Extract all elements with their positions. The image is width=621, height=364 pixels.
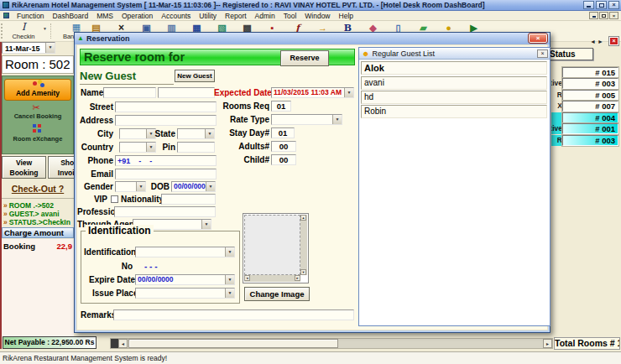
room-number-cell[interactable]: # 005 bbox=[562, 90, 618, 101]
chevron-down-icon[interactable]: ▼ bbox=[43, 26, 47, 31]
rooms-req-field[interactable]: 01 bbox=[271, 101, 291, 112]
chevron-down-icon[interactable]: ▼ bbox=[225, 247, 234, 257]
profession-field[interactable] bbox=[114, 206, 216, 217]
reserve-button[interactable]: Reserve bbox=[280, 50, 329, 66]
nationality-field[interactable] bbox=[161, 194, 216, 205]
gender-select[interactable]: ▼ bbox=[115, 181, 146, 192]
phone-field[interactable] bbox=[115, 155, 217, 166]
menu-admin[interactable]: Admin bbox=[251, 12, 279, 20]
date-select[interactable]: 11-Mar-15 ▼ bbox=[2, 42, 55, 54]
scroll-left-icon[interactable]: ◄ bbox=[244, 275, 250, 281]
room-number-cell[interactable]: # 003 bbox=[562, 78, 618, 89]
dialog-titlebar[interactable]: ▲ Reservation × bbox=[75, 33, 550, 44]
vip-checkbox[interactable] bbox=[111, 195, 118, 203]
checkout-link[interactable]: Check-Out ? bbox=[2, 184, 74, 194]
guest-list-item[interactable]: Robin bbox=[361, 105, 547, 118]
menu-mms[interactable]: MMS bbox=[92, 12, 117, 20]
menu-report[interactable]: Report bbox=[221, 12, 251, 20]
address-field[interactable] bbox=[115, 115, 217, 126]
chevron-down-icon[interactable]: ▼ bbox=[201, 220, 211, 229]
chevron-down-icon[interactable]: ▼ bbox=[45, 43, 55, 53]
horizontal-scrollbar[interactable]: ◄ ► bbox=[110, 338, 553, 349]
menu-help[interactable]: Help bbox=[335, 12, 357, 20]
chevron-down-icon[interactable]: ▼ bbox=[206, 182, 215, 191]
rate-type-select[interactable]: ▼ bbox=[271, 114, 342, 125]
room-status-row[interactable]: R # 005 bbox=[551, 90, 621, 101]
mdi-minimize-icon[interactable] bbox=[589, 12, 598, 19]
guest-list-close-icon[interactable]: × bbox=[537, 49, 548, 58]
menu-operation[interactable]: Operation bbox=[117, 12, 157, 20]
chevron-down-icon[interactable]: ▼ bbox=[225, 289, 234, 298]
guest-list-item[interactable]: avani bbox=[361, 76, 547, 90]
menu-function[interactable]: Function bbox=[13, 12, 49, 20]
room-number-cell[interactable]: # 004 bbox=[562, 112, 618, 123]
room-status-row-highlighted[interactable]: tive # 001 bbox=[551, 123, 621, 134]
chevron-down-icon[interactable]: ▼ bbox=[136, 182, 145, 191]
view-booking-button[interactable]: View Booking bbox=[2, 156, 46, 179]
mdi-close-icon[interactable]: × bbox=[609, 12, 618, 19]
adults-field[interactable]: 00 bbox=[271, 141, 296, 152]
maximize-icon[interactable] bbox=[596, 1, 607, 9]
room-status-row[interactable]: tive # 003 bbox=[551, 78, 621, 89]
expire-date-picker[interactable]: 00/00/0000 ▼ bbox=[135, 274, 235, 285]
scroll-left-icon[interactable]: ◄ bbox=[118, 339, 128, 348]
mdi-restore-icon[interactable] bbox=[599, 12, 608, 19]
child-field[interactable]: 00 bbox=[271, 154, 296, 165]
state-select[interactable]: ▼ bbox=[177, 128, 215, 139]
scroll-down-icon[interactable]: ▼ bbox=[300, 269, 306, 275]
toolbar-grip[interactable] bbox=[1, 23, 3, 39]
photo-vertical-scrollbar[interactable]: ▲ ▼ bbox=[300, 215, 307, 275]
photo-horizontal-scrollbar[interactable]: ◄ ► bbox=[244, 275, 300, 282]
chevron-down-icon[interactable]: ▼ bbox=[332, 115, 342, 124]
scroll-right-icon[interactable]: ► bbox=[543, 339, 552, 348]
change-image-button[interactable]: Change Image bbox=[244, 287, 310, 301]
close-icon[interactable]: × bbox=[608, 1, 619, 9]
pin-field[interactable] bbox=[177, 142, 215, 153]
menu-dashboard[interactable]: DashBoard bbox=[49, 12, 93, 20]
new-guest-button[interactable]: New Guest bbox=[175, 70, 215, 82]
expected-date-picker[interactable]: 11/03/2015 11:03 AM ▼ bbox=[271, 87, 354, 98]
room-exchange-button[interactable]: Room eXchange bbox=[3, 135, 73, 143]
menu-window[interactable]: Window bbox=[300, 12, 334, 20]
next-icon[interactable]: ► bbox=[598, 38, 603, 45]
room-status-row-highlighted[interactable]: R # 003 bbox=[551, 135, 621, 146]
add-amenity-button[interactable]: Add Amenity bbox=[4, 79, 71, 101]
panel-close-icon[interactable]: × bbox=[609, 37, 618, 45]
scroll-up-icon[interactable]: ▲ bbox=[300, 215, 306, 221]
checkin-button[interactable]: I Checkin bbox=[6, 22, 41, 40]
menu-accounts[interactable]: Accounts bbox=[157, 12, 195, 20]
email-field[interactable] bbox=[115, 169, 217, 179]
address-label: Address bbox=[77, 115, 113, 126]
scroll-right-icon[interactable]: ► bbox=[295, 275, 300, 281]
dialog-close-icon[interactable]: × bbox=[529, 34, 547, 43]
dob-picker[interactable]: 00/00/0000 ▼ bbox=[171, 181, 216, 192]
room-number-cell[interactable]: # 001 bbox=[562, 123, 618, 134]
first-name-field[interactable] bbox=[103, 87, 156, 98]
guest-list-titlebar[interactable]: ☻ Regular Guest List × bbox=[359, 48, 550, 60]
city-select[interactable]: ▼ bbox=[119, 128, 156, 139]
guest-list-item[interactable]: Alok bbox=[361, 61, 547, 75]
room-status-row[interactable]: X # 007 bbox=[551, 101, 621, 112]
street-field[interactable] bbox=[115, 101, 217, 112]
remarks-field[interactable] bbox=[113, 309, 354, 320]
issue-place-select[interactable]: ▼ bbox=[135, 288, 235, 299]
identification-select[interactable]: ▼ bbox=[135, 247, 235, 257]
stay-day-field[interactable]: 01 bbox=[271, 127, 295, 138]
minimize-icon[interactable] bbox=[583, 1, 594, 9]
room-number-cell[interactable]: # 003 bbox=[562, 135, 618, 146]
chevron-down-icon[interactable]: ▼ bbox=[225, 275, 234, 284]
prev-icon[interactable]: ◄ bbox=[590, 38, 596, 45]
room-number-cell[interactable]: # 015 bbox=[562, 67, 618, 78]
menu-tool[interactable]: Tool bbox=[279, 12, 301, 20]
scrollbar-thumb[interactable] bbox=[128, 339, 338, 348]
room-number-cell[interactable]: # 007 bbox=[562, 101, 618, 112]
cancel-booking-button[interactable]: Cancel Booking bbox=[3, 112, 73, 120]
room-status-row-highlighted[interactable]: # 004 bbox=[551, 112, 621, 123]
country-select[interactable]: ▼ bbox=[119, 142, 156, 153]
room-status-row[interactable]: # 015 bbox=[551, 67, 621, 78]
chevron-down-icon[interactable]: ▼ bbox=[344, 88, 353, 97]
menu-utility[interactable]: Utility bbox=[195, 12, 221, 20]
last-name-field[interactable] bbox=[158, 87, 215, 98]
chevron-down-icon[interactable]: ▼ bbox=[146, 143, 155, 152]
guest-list-item[interactable]: hd bbox=[361, 91, 547, 104]
